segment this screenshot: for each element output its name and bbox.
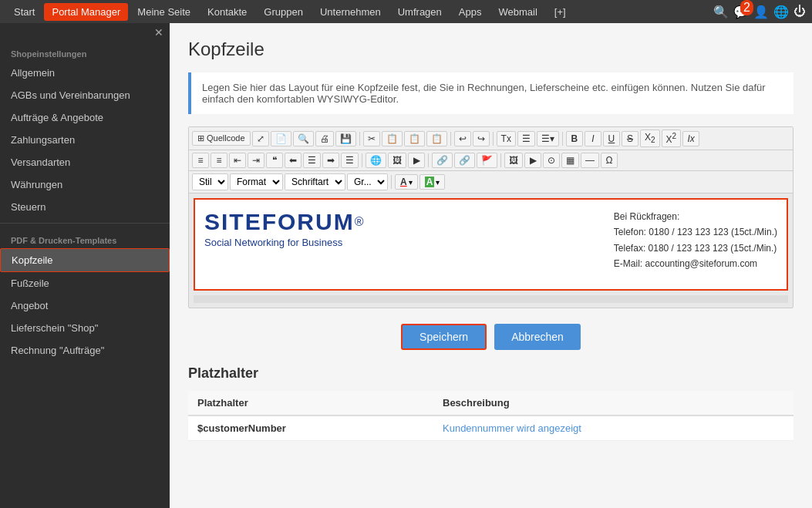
nav-plus[interactable]: [+] (547, 3, 574, 21)
toolbar-sep-7 (500, 153, 501, 167)
toolbar-clear-format-btn[interactable]: Ix (682, 131, 699, 146)
toolbar-save-file-btn[interactable]: 💾 (335, 131, 356, 146)
toolbar-align-left-btn[interactable]: ⬅ (285, 153, 302, 168)
toolbar-insert-circle-btn[interactable]: ⊙ (543, 153, 560, 168)
contact-email: E-Mail: accounting@siteforum.com (614, 256, 777, 271)
sidebar-item-rechnung[interactable]: Rechnung "Aufträge" (0, 339, 170, 362)
editor-scrollbar[interactable] (194, 295, 788, 303)
info-text: Legen Sie hier das Layout für eine Kopfz… (202, 82, 766, 105)
toolbar-schriftart-select[interactable]: Schriftart (285, 173, 345, 190)
siteforum-brand-name: SITEFORUM (204, 209, 355, 234)
sidebar-item-waehrungen[interactable]: Währungen (0, 173, 170, 196)
toolbar-insert-image-btn[interactable]: 🖼 (504, 153, 523, 168)
toolbar-print-btn[interactable]: 🖨 (315, 131, 334, 146)
contact-info: Bei Rückfragen: Telefon: 0180 / 123 123 … (614, 209, 777, 272)
table-row: $customerNumber Kundennummer wird angeze… (188, 415, 793, 441)
platzhalter-section: Platzhalter Platzhalter Beschreibung $cu… (188, 365, 793, 441)
sidebar-item-lieferschein[interactable]: Lieferschein "Shop" (0, 317, 170, 339)
toolbar-indent-btn[interactable]: ⇥ (248, 153, 264, 168)
sidebar-close-button[interactable]: ✕ (0, 23, 170, 42)
toolbar-hyperlink-btn[interactable]: 🔗 (432, 153, 453, 168)
nav-start[interactable]: Start (6, 3, 42, 21)
power-icon[interactable]: ⏻ (793, 5, 806, 19)
contact-phone: Telefon: 0180 / 123 123 123 (15ct./Min.) (614, 224, 777, 240)
toolbar-align-btn[interactable]: ☰ (517, 131, 535, 146)
toolbar-italic-btn[interactable]: I (585, 131, 601, 146)
user-icon[interactable]: 👤 (753, 5, 769, 19)
sidebar-item-allgemein[interactable]: Allgemein (0, 62, 170, 84)
cancel-button[interactable]: Abbrechen (494, 324, 581, 350)
toolbar-stil-select[interactable]: Stil (192, 173, 228, 190)
sidebar-item-fusszeile[interactable]: Fußzeile (0, 272, 170, 294)
nav-meine-seite[interactable]: Meine Seite (130, 3, 198, 21)
toolbar-strikethrough-btn[interactable]: S (622, 131, 638, 146)
toolbar-link-btn[interactable]: 🌐 (366, 153, 386, 168)
toolbar-new-btn[interactable]: 📄 (271, 131, 291, 146)
sidebar-item-agbs[interactable]: AGBs und Vereinbarungen (0, 84, 170, 106)
toolbar-unlink-btn[interactable]: 🔗 (454, 153, 475, 168)
contact-label: Bei Rückfragen: (614, 209, 777, 224)
toolbar-anchor-btn[interactable]: 🚩 (477, 153, 497, 168)
toolbar-paste-text-btn[interactable]: 📋 (426, 131, 447, 146)
toolbar-source-btn[interactable]: ⊞ Stil Quellcode (192, 131, 251, 146)
toolbar-image-btn[interactable]: 🖼 (388, 153, 406, 168)
toolbar-underline-btn[interactable]: U (603, 131, 620, 146)
toolbar-bold-btn[interactable]: B (566, 131, 583, 146)
toolbar-media-btn[interactable]: ▶ (408, 153, 425, 168)
col-beschreibung: Beschreibung (433, 391, 793, 415)
toolbar-sep-8 (391, 175, 392, 189)
toolbar-insert-media-btn[interactable]: ▶ (524, 153, 541, 168)
toolbar-paste-btn[interactable]: 📋 (404, 131, 425, 146)
toolbar-format-select[interactable]: Format (230, 173, 283, 190)
nav-kontakte[interactable]: Kontakte (200, 3, 254, 21)
nav-portal-manager[interactable]: Portal Manager (44, 3, 128, 21)
toolbar-table-btn[interactable]: ▦ (561, 153, 579, 168)
nav-icons: 🔍 💬 2 👤 🌐 ⏻ (713, 5, 806, 19)
toolbar-ol-btn[interactable]: ≡ (192, 153, 209, 168)
globe-icon[interactable]: 🌐 (773, 5, 789, 19)
search-icon[interactable]: 🔍 (713, 5, 729, 19)
toolbar-preview-btn[interactable]: 🔍 (293, 131, 314, 146)
toolbar-align-center-btn[interactable]: ☰ (303, 153, 321, 168)
siteforum-logo: SITEFORUM® Social Networking for Busines… (204, 209, 363, 248)
toolbar-ul-btn[interactable]: ≡ (211, 153, 227, 168)
sidebar-item-kopfzeile[interactable]: Kopfzeile (0, 248, 170, 272)
toolbar-align2-btn[interactable]: ☰▾ (537, 131, 559, 146)
sidebar-item-angebot[interactable]: Angebot (0, 294, 170, 317)
toolbar-font-color-btn[interactable]: A ▾ (395, 174, 418, 190)
toolbar-redo-btn[interactable]: ↪ (473, 131, 490, 146)
siteforum-registered: ® (355, 215, 364, 228)
sidebar-section-shopeinstellungen: Shopeinstellungen (0, 42, 170, 62)
toolbar-superscript-btn[interactable]: X2 (662, 130, 682, 147)
nav-umfragen[interactable]: Umfragen (390, 3, 450, 21)
toolbar-justify-btn[interactable]: ☰ (341, 153, 359, 168)
sidebar-item-auftraege[interactable]: Aufträge & Angebote (0, 106, 170, 129)
notifications-wrap[interactable]: 💬 2 (733, 5, 749, 19)
toolbar-size-select[interactable]: Gr... (347, 173, 388, 190)
col-platzhalter: Platzhalter (188, 391, 433, 415)
toolbar-outdent-btn[interactable]: ⇤ (229, 153, 246, 168)
sidebar-item-steuern[interactable]: Steuern (0, 196, 170, 218)
toolbar-blockquote-btn[interactable]: ❝ (266, 153, 283, 168)
toolbar-special-char-btn[interactable]: Ω (601, 153, 618, 168)
nav-webmail[interactable]: Webmail (490, 3, 544, 21)
toolbar-align-right-btn[interactable]: ➡ (322, 153, 339, 168)
sidebar-item-zahlungsarten[interactable]: Zahlungsarten (0, 129, 170, 151)
toolbar-undo-btn[interactable]: ↩ (454, 131, 471, 146)
toolbar-expand-btn[interactable]: ⤢ (252, 131, 269, 146)
toolbar-hr-btn[interactable]: — (581, 153, 599, 168)
toolbar-sep-5 (362, 153, 362, 167)
platzhalter-title: Platzhalter (188, 365, 793, 382)
nav-apps[interactable]: Apps (451, 3, 490, 21)
toolbar-subscript-btn[interactable]: X2 (640, 130, 660, 146)
toolbar-copy-btn[interactable]: 📋 (382, 131, 403, 146)
nav-unternehmen[interactable]: Unternehmen (312, 3, 389, 21)
editor-body[interactable]: SITEFORUM® Social Networking for Busines… (194, 198, 788, 291)
nav-gruppen[interactable]: Gruppen (256, 3, 311, 21)
toolbar-bg-color-btn[interactable]: A ▾ (419, 174, 446, 190)
toolbar-cut-btn[interactable]: ✂ (363, 131, 380, 146)
sidebar-item-versandarten[interactable]: Versandarten (0, 151, 170, 173)
toolbar-sep-3 (493, 132, 494, 146)
save-button[interactable]: Speichern (401, 324, 487, 350)
toolbar-format-btn[interactable]: Tx (497, 131, 516, 146)
